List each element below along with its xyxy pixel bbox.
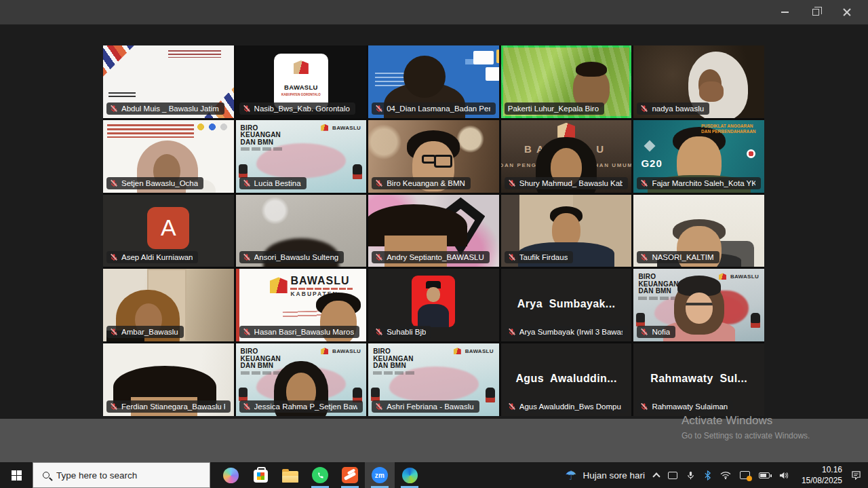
participant-tile-6[interactable]: Setjen Bawaslu_Ocha [103,120,234,193]
participant-tile-15[interactable]: NASORI_KALTIM [633,195,764,267]
taskbar-search[interactable]: Type here to search [33,462,210,488]
store-button[interactable] [245,462,275,488]
close-button[interactable] [831,0,863,24]
participant-tile-25[interactable]: Rahmawaty Sul... Rahmawaty Sulaiman [633,343,764,416]
windows-logo-icon [12,470,22,481]
tray-expand-chevron[interactable] [652,472,660,480]
muted-mic-icon [508,402,516,411]
wifi-icon[interactable] [720,471,731,479]
participant-name-label: Ferdian Stianegara_Bawaslu P... [106,400,231,413]
display-name-text: Agus Awaluddin... [501,373,632,385]
participant-tile-1[interactable]: Abdul Muis _ Bawaslu Jatim [103,45,234,118]
muted-mic-icon [110,105,118,113]
participant-tile-12[interactable]: Ansori_Bawaslu Sulteng [236,195,367,267]
tile-bg-text-card-title: BAWASLU [284,83,318,91]
participant-tile-14[interactable]: Taufik Firdaus [501,195,632,267]
notification-icon[interactable] [851,470,861,480]
copilot-button[interactable] [216,462,245,488]
minimize-icon [781,12,789,13]
participant-tile-3[interactable]: 04_Dian Lasmana_Badan Peng... [368,45,499,118]
participant-tile-21[interactable]: Ferdian Stianegara_Bawaslu P... [103,343,234,416]
participant-name: Lucia Bestina [254,179,301,187]
participant-name: Nasib_Bws_Kab. Gorontalo [254,105,350,113]
minimize-button[interactable] [769,0,800,24]
edge-button[interactable] [395,462,425,488]
muted-mic-icon [110,328,118,336]
participant-tile-11[interactable]: A Asep Aldi Kurniawan [103,195,234,267]
taskbar-clock[interactable]: 10.16 15/08/2025 [797,464,842,486]
foxit-button[interactable] [335,462,365,488]
participant-name-label: Agus Awaluddin_Bws Dompu ... [505,400,629,413]
participant-tile-4[interactable]: Pakerti Luhur_Kepala Biro [501,45,632,118]
mascot-bl [239,388,248,401]
mascot-br [751,313,760,328]
muted-mic-icon [243,253,251,261]
participant-tile-24[interactable]: Agus Awaluddin... Agus Awaluddin_Bws Dom… [501,343,632,416]
participant-tile-23[interactable]: BIRO KEUANGAN DAN BMNBAWASLU Ashri Febri… [368,343,499,416]
activate-windows-watermark: Activate Windows Go to Settings to activ… [682,414,810,440]
file-explorer-button[interactable] [275,462,305,488]
participant-tile-2[interactable]: BAWASLUKABUPATEN GORONTALO Nasib_Bws_Kab… [236,45,367,118]
edge-icon [402,468,418,483]
restore-button[interactable] [800,0,831,24]
participant-name-label: Andry Septianto_BAWASLU [372,251,490,263]
tablet-mode-icon[interactable] [668,472,677,479]
participant-name: Hasan Basri_Bawaslu Maros [254,328,355,336]
volume-icon[interactable] [778,471,789,480]
participant-tile-17[interactable]: BAWASLUKABUPATEN Hasan Basri_Bawaslu Mar… [236,269,367,341]
participant-name: Abdul Muis _ Bawaslu Jatim [121,105,219,113]
search-icon [43,472,50,478]
box-logo-top [557,123,575,138]
tile-bg-text-biro-title: BIRO KEUANGAN DAN BMN [241,125,295,151]
microphone-icon[interactable] [686,470,695,481]
participant-tile-16[interactable]: Ambar_Bawaslu [103,269,234,341]
muted-mic-icon [375,402,383,411]
participant-tile-8[interactable]: Biro Keuangan & BMN [368,120,499,193]
letter-avatar: A [147,207,189,249]
copilot-icon [223,468,239,483]
participant-tile-19[interactable]: Arya Sumbayak... Arya Sumbayak (Irwil 3 … [501,269,632,341]
mascot-br [353,164,362,179]
participant-tile-7[interactable]: BIRO KEUANGAN DAN BMNBAWASLU Lucia Besti… [236,120,367,193]
participant-tile-10[interactable]: G20PUSDIKLAT ANGGARAN DAN PERBENDAHARAAN… [633,120,764,193]
participant-name-label: Arya Sumbayak (Irwil 3 Bawasl... [505,326,629,338]
participant-name: NASORI_KALTIM [652,253,713,261]
zoom-app-button[interactable]: zm [365,462,395,488]
participant-tile-22[interactable]: BIRO KEUANGAN DAN BMNBAWASLU Jessica Rah… [236,343,367,416]
tile-bg-text-g20: G20 [641,157,662,169]
tile-bg-text-biro-title: BIRO KEUANGAN DAN BMN [373,348,427,375]
mascot-bl [239,164,248,178]
muted-mic-icon [640,253,648,261]
participant-tile-18[interactable]: Suhabli Bjb [368,269,499,341]
muted-mic-icon [243,402,251,411]
muted-mic-icon [375,179,383,187]
muted-mic-icon [243,105,251,113]
search-placeholder: Type here to search [56,470,137,481]
participant-name: Biro Keuangan & BMN [387,179,465,187]
battery-icon[interactable] [759,472,770,478]
participant-name-label: Ambar_Bawaslu [106,326,184,338]
participant-name: Pakerti Luhur_Kepala Biro [508,105,599,113]
screenshare-icon[interactable] [740,471,750,479]
participant-name: Ambar_Bawaslu [121,328,178,336]
participant-tile-20[interactable]: BIRO KEUANGAN DAN BMNBAWASLU Nofia [633,269,764,341]
taskbar: Type here to search zm ☂ Hujan sore hari [0,462,868,488]
display-name-text: Arya Sumbayak... [501,298,632,310]
whatsapp-button[interactable] [305,462,335,488]
participant-name-label: NASORI_KALTIM [637,251,719,263]
participant-name: Shury Mahmud_ Bawaslu Kab.... [519,179,623,187]
participant-name: Andry Septianto_BAWASLU [387,253,484,261]
participant-name-label: Nofia [637,326,675,338]
taskbar-weather[interactable]: ☂ Hujan sore hari [565,469,645,482]
tile-bg-text-banner-title: BAWASLU [290,275,353,290]
muted-mic-icon [640,328,648,336]
muted-mic-icon [110,179,118,187]
muted-mic-icon [508,328,516,336]
participant-name-label: Taufik Firdaus [505,251,574,263]
participant-tile-13[interactable]: Andry Septianto_BAWASLU [368,195,499,267]
stripe-tl [103,45,164,98]
participant-tile-5[interactable]: nadya bawaslu [633,45,764,118]
start-button[interactable] [0,462,33,488]
bluetooth-icon[interactable] [704,470,711,481]
participant-tile-9[interactable]: BAWASLUDAN PENGAWASAN PEMILIHAN UMUM Shu… [501,120,632,193]
